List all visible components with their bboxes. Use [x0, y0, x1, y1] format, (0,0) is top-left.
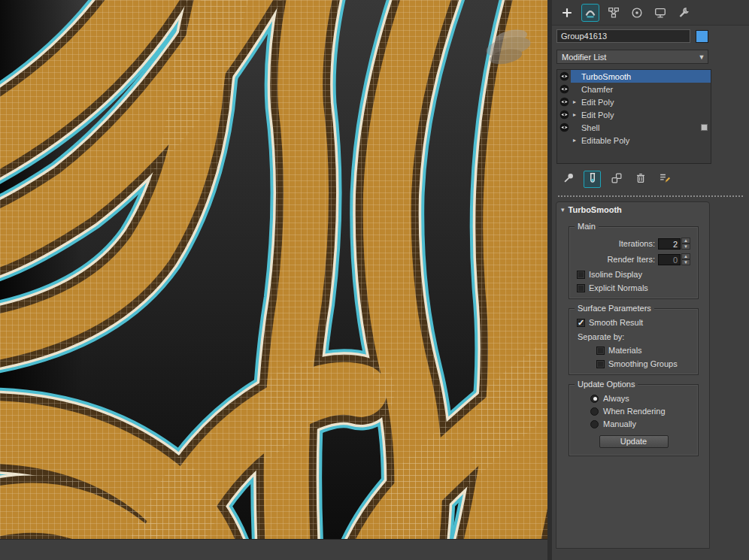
tab-modify[interactable] [581, 4, 599, 22]
modifier-stack: TurboSmooth Chamfer ▸Edit Poly ▸Edit Pol… [556, 69, 711, 164]
explicit-normals-label: Explicit Normals [589, 283, 648, 292]
modifier-label: Shell [581, 123, 599, 132]
modifier-list-dropdown[interactable]: Modifier List ▼ [556, 50, 708, 64]
checkbox-unchecked[interactable] [596, 347, 605, 355]
when-rendering-label: When Rendering [603, 407, 666, 416]
pin-stack-button[interactable] [559, 171, 577, 188]
manually-radio-row[interactable]: Manually [590, 419, 693, 428]
radio-unselected[interactable] [590, 407, 599, 416]
visibility-eye-icon[interactable] [557, 110, 571, 120]
utilities-wrench-icon [677, 6, 690, 20]
smooth-result-label: Smooth Result [589, 318, 643, 327]
smoothing-groups-checkbox-row[interactable]: Smoothing Groups [596, 359, 693, 368]
explicit-normals-checkbox-row[interactable]: Explicit Normals [577, 283, 693, 292]
expand-arrow-icon[interactable]: ▸ [573, 98, 581, 105]
panel-tab-bar [552, 0, 749, 26]
visibility-eye-icon[interactable] [557, 84, 571, 94]
materials-checkbox-row[interactable]: Materials [596, 346, 693, 355]
manually-label: Manually [603, 419, 636, 428]
render-iters-value[interactable]: 0 [658, 254, 681, 265]
checkbox-checked[interactable] [577, 319, 585, 327]
rollout-divider [558, 195, 743, 197]
iterations-spinner[interactable]: ▲▼ [681, 238, 690, 250]
stack-row-chamfer[interactable]: Chamfer [557, 83, 711, 95]
group-surface-title: Surface Parameters [575, 304, 654, 313]
iterations-value[interactable]: 2 [658, 238, 681, 250]
modifier-label: Edit Poly [581, 110, 614, 120]
command-panel: Modifier List ▼ TurboSmooth Chamfer [552, 0, 749, 560]
tab-utilities[interactable] [675, 4, 693, 22]
isoline-display-checkbox-row[interactable]: Isoline Display [577, 270, 693, 279]
turbosmooth-rollout: ▾ TurboSmooth Main Iterations: 2 ▲▼ Rend… [556, 201, 710, 549]
display-icon [653, 6, 667, 20]
checkbox-unchecked[interactable] [577, 271, 585, 279]
visibility-eye-icon[interactable] [557, 123, 571, 132]
caret-down-icon: ▾ [561, 206, 565, 213]
rollout-title: TurboSmooth [569, 205, 622, 214]
spinner-down-icon[interactable]: ▼ [681, 244, 690, 250]
iterations-label: Iterations: [619, 239, 655, 248]
object-name-input[interactable] [556, 29, 690, 43]
materials-label: Materials [608, 346, 642, 355]
object-name-row [556, 29, 749, 43]
stack-row-shell[interactable]: Shell [557, 121, 711, 134]
always-radio-row[interactable]: Always [590, 394, 693, 403]
tab-hierarchy[interactable] [605, 4, 623, 22]
stack-toolbar [559, 170, 749, 188]
rollout-header[interactable]: ▾ TurboSmooth [556, 202, 709, 217]
trash-icon [634, 171, 647, 186]
group-main-title: Main [575, 222, 599, 231]
spinner-up-icon[interactable]: ▲ [681, 238, 690, 244]
separate-by-label: Separate by: [578, 332, 693, 341]
remove-modifier-button[interactable] [632, 171, 649, 188]
group-main: Main Iterations: 2 ▲▼ Render Iters: 0 ▲▼… [569, 226, 699, 299]
motion-icon [630, 6, 644, 20]
create-plus-icon [560, 6, 574, 20]
configure-list-icon [658, 171, 672, 186]
isoline-display-label: Isoline Display [589, 270, 642, 279]
configure-modifier-sets-button[interactable] [656, 171, 673, 188]
iterations-row: Iterations: 2 ▲▼ [574, 238, 690, 250]
stack-row-edit-poly-2[interactable]: ▸Edit Poly [557, 108, 711, 121]
render-iters-spinner[interactable]: ▲▼ [681, 253, 690, 265]
group-surface-parameters: Surface Parameters Smooth Result Separat… [569, 308, 699, 375]
stack-row-editable-poly[interactable]: ▸Editable Poly [557, 134, 711, 147]
modifier-label: Edit Poly [581, 98, 614, 107]
smooth-result-checkbox-row[interactable]: Smooth Result [577, 318, 693, 327]
expand-arrow-icon[interactable]: ▸ [573, 137, 581, 144]
modifier-list-label: Modifier List [557, 53, 696, 62]
update-button[interactable]: Update [599, 435, 669, 448]
spinner-up-icon[interactable]: ▲ [681, 253, 690, 259]
when-rendering-radio-row[interactable]: When Rendering [590, 407, 693, 416]
modifier-label: Editable Poly [581, 136, 629, 145]
chevron-down-icon: ▼ [696, 53, 708, 61]
checkbox-unchecked[interactable] [577, 284, 585, 292]
visibility-eye-icon[interactable] [557, 71, 571, 81]
3dsmax-window: Modifier List ▼ TurboSmooth Chamfer [0, 0, 749, 560]
pin-icon [562, 171, 575, 186]
expand-arrow-icon[interactable]: ▸ [573, 111, 581, 118]
show-end-result-button[interactable] [584, 171, 601, 188]
stack-row-turbosmooth[interactable]: TurboSmooth [557, 70, 711, 83]
tab-motion[interactable] [628, 4, 646, 22]
checkbox-unchecked[interactable] [596, 360, 605, 368]
hierarchy-icon [607, 6, 620, 20]
radio-selected[interactable] [590, 395, 599, 403]
render-iters-label: Render Iters: [607, 255, 655, 264]
spinner-down-icon[interactable]: ▼ [681, 259, 690, 265]
timeline-strip [0, 539, 547, 560]
radio-unselected[interactable] [590, 420, 599, 428]
subobject-indicator-square[interactable] [701, 124, 708, 131]
smoothing-groups-label: Smoothing Groups [608, 359, 678, 368]
stack-row-edit-poly-1[interactable]: ▸Edit Poly [557, 95, 711, 108]
visibility-eye-icon[interactable] [557, 97, 571, 107]
object-color-swatch[interactable] [696, 30, 708, 43]
make-unique-button[interactable] [608, 171, 625, 188]
tab-display[interactable] [651, 4, 669, 22]
viewport[interactable] [0, 0, 547, 539]
modifier-label: Chamfer [581, 85, 613, 94]
render-iters-row: Render Iters: 0 ▲▼ [574, 253, 690, 265]
modify-icon [584, 6, 597, 20]
tab-create[interactable] [558, 4, 576, 22]
viewport-canvas[interactable] [0, 0, 547, 539]
